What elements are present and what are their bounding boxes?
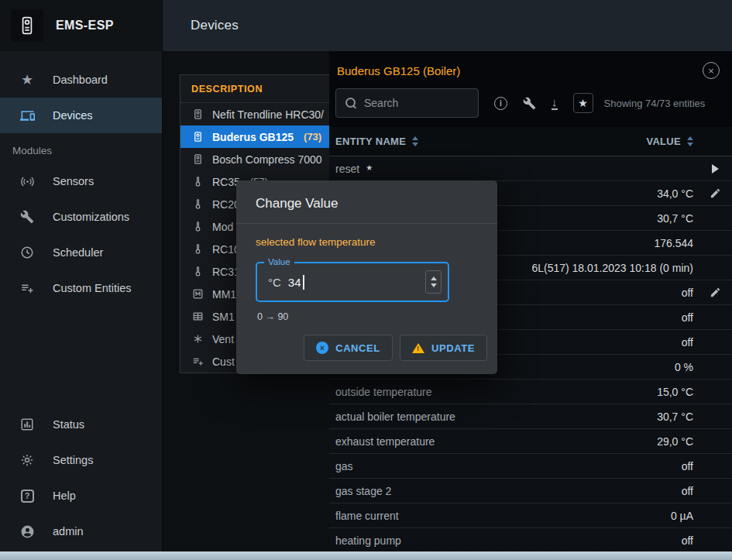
edit-pencil-icon[interactable] xyxy=(710,187,721,199)
entity-value: off xyxy=(682,534,693,547)
entity-value: 176.544 xyxy=(654,237,693,249)
sort-value-icon[interactable] xyxy=(687,136,693,146)
sidebar-item-settings[interactable]: Settings xyxy=(0,442,162,478)
device-name: Vent xyxy=(212,333,234,345)
sidebar-item-customizations[interactable]: Customizations xyxy=(0,199,162,235)
device-name: Buderus GB125 xyxy=(212,131,294,143)
entity-count-text: Showing 74/73 entities xyxy=(604,98,706,109)
sidebar-item-label: Custom Entities xyxy=(53,282,132,294)
dialog-actions: CANCEL UPDATE xyxy=(236,322,497,374)
edit-pencil-icon[interactable] xyxy=(710,287,721,298)
sidebar-nav: Dashboard Devices Modules Sensors xyxy=(0,51,162,560)
sidebar-item-help[interactable]: Help xyxy=(0,478,162,514)
value-input[interactable]: Value °C 34 xyxy=(256,262,449,302)
info-icon[interactable] xyxy=(494,97,507,110)
sidebar-item-devices[interactable]: Devices xyxy=(0,98,162,133)
device-name: Nefit Trendline HRC30/ xyxy=(212,108,324,121)
sidebar-item-label: admin xyxy=(53,525,84,538)
thermostat-icon xyxy=(191,243,204,255)
value-input-label: Value xyxy=(264,257,294,266)
entity-name: gas stage 2 xyxy=(335,485,391,497)
search-box xyxy=(335,88,479,118)
fan-icon xyxy=(191,333,204,345)
sidebar-item-custom-entities[interactable]: Custom Entities xyxy=(0,270,162,306)
close-icon[interactable] xyxy=(703,62,720,79)
entity-row[interactable]: heating pump off xyxy=(329,528,732,553)
playlist-add-icon xyxy=(19,281,36,295)
thermostat-icon xyxy=(191,176,204,187)
run-command-icon[interactable] xyxy=(712,164,719,173)
entity-name: outside temperature xyxy=(335,386,432,398)
app-logo xyxy=(11,9,43,42)
boiler-icon xyxy=(191,131,204,143)
modules-section-label: Modules xyxy=(0,133,162,163)
clock-icon xyxy=(19,246,36,259)
star-icon xyxy=(19,71,36,88)
horizontal-scrollbar[interactable] xyxy=(0,551,732,560)
entity-row[interactable]: flame current 0 µA xyxy=(329,503,732,528)
entity-value: 29,0 °C xyxy=(657,435,693,448)
warning-triangle-icon xyxy=(412,343,424,353)
device-title: Buderus GB125 (Boiler) xyxy=(335,64,703,77)
sidebar-item-sensors[interactable]: Sensors xyxy=(0,163,162,199)
dialog-body: selected flow temperature Value °C 34 0 … xyxy=(236,224,497,322)
user-icon xyxy=(19,524,36,539)
mixer-module-icon xyxy=(191,288,204,300)
entity-row[interactable]: gas off xyxy=(329,454,732,479)
device-name: Bosch Compress 7000 xyxy=(212,153,322,166)
cancel-button[interactable]: CANCEL xyxy=(304,335,393,361)
favorite-star-icon: ★ xyxy=(366,163,373,172)
sidebar-item-label: Dashboard xyxy=(53,74,108,86)
chart-icon xyxy=(19,417,36,431)
search-input[interactable] xyxy=(364,97,469,109)
dialog-title: Change Value xyxy=(236,180,497,223)
maintenance-wrench-icon[interactable] xyxy=(523,97,536,110)
wrench-icon xyxy=(19,210,36,224)
antenna-icon xyxy=(19,174,36,189)
stepper-up-icon[interactable] xyxy=(431,277,437,280)
sidebar-item-label: Settings xyxy=(53,454,93,466)
sidebar-item-dashboard[interactable]: Dashboard xyxy=(0,62,162,98)
device-name: Mod xyxy=(212,221,233,233)
update-button[interactable]: UPDATE xyxy=(400,335,487,361)
device-name: SM1 xyxy=(212,311,235,323)
entity-value: 34,0 °C xyxy=(657,187,693,200)
entity-row[interactable]: exhaust temperature 29,0 °C xyxy=(329,429,732,454)
value-range-hint: 0 → 90 xyxy=(257,311,478,322)
entity-value: 6L(517) 18.01.2023 10:18 (0 min) xyxy=(531,262,693,274)
value-text: 34 xyxy=(288,276,301,289)
entity-row[interactable]: actual boiler temperature 30,7 °C xyxy=(329,404,732,429)
entity-value: off xyxy=(682,336,693,349)
stepper-down-icon[interactable] xyxy=(431,283,437,287)
thermostat-icon xyxy=(191,266,204,277)
value-stepper[interactable] xyxy=(425,270,442,294)
cancel-button-label: CANCEL xyxy=(335,342,380,354)
favorites-toggle-icon[interactable] xyxy=(573,93,593,113)
dialog-entity-label: selected flow temperature xyxy=(256,236,478,248)
solar-module-icon xyxy=(191,311,204,322)
devices-icon xyxy=(19,108,36,123)
entity-value: off xyxy=(682,485,693,497)
entity-value: 15,0 °C xyxy=(657,386,693,398)
sidebar-bottom-group: Status Settings Help admin xyxy=(0,407,162,560)
entity-value: 0 µA xyxy=(671,510,693,522)
entity-name: exhaust temperature xyxy=(335,435,435,448)
entity-row[interactable]: outside temperature 15,0 °C xyxy=(329,380,732,404)
device-name: MM1 xyxy=(212,288,236,301)
search-icon xyxy=(345,98,356,108)
sidebar-item-status[interactable]: Status xyxy=(0,407,162,442)
app-title: EMS-ESP xyxy=(56,19,114,33)
sort-entity-name-icon[interactable] xyxy=(412,136,418,146)
boiler-icon xyxy=(191,108,204,120)
entity-value: off xyxy=(682,287,693,299)
device-name: Cust xyxy=(212,356,235,368)
sidebar-item-scheduler[interactable]: Scheduler xyxy=(0,235,162,270)
sidebar-item-admin[interactable]: admin xyxy=(0,514,162,549)
entity-row[interactable]: reset ★ xyxy=(329,156,732,181)
entity-name: gas xyxy=(335,460,353,472)
entity-value: 30,7 °C xyxy=(657,411,693,423)
sidebar-item-label: Devices xyxy=(53,109,93,122)
sidebar-item-label: Customizations xyxy=(53,211,129,223)
entity-row[interactable]: gas stage 2 off xyxy=(329,479,732,503)
download-icon[interactable] xyxy=(552,96,558,110)
